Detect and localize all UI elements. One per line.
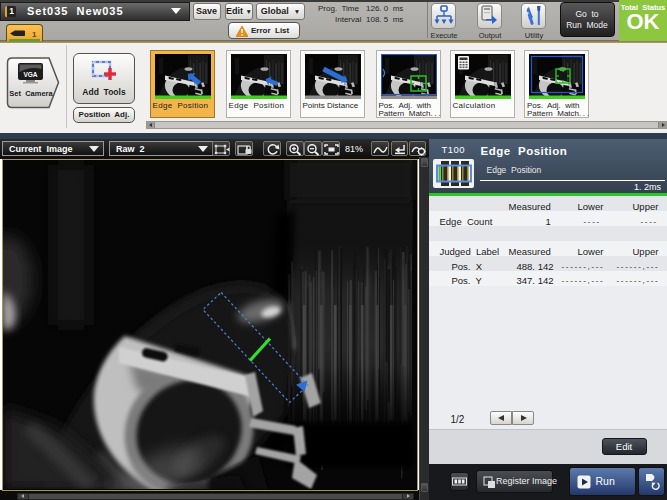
svg-text:Set Camera: Set Camera <box>9 89 53 98</box>
svg-text:1: 1 <box>32 29 37 37</box>
svg-text:VGA: VGA <box>23 71 37 78</box>
